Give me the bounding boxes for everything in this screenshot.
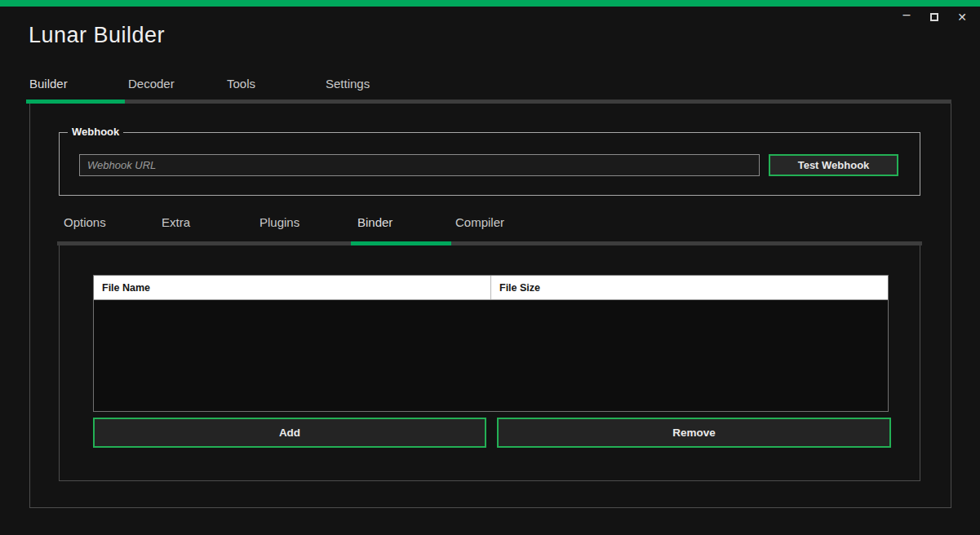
test-webhook-button[interactable]: Test Webhook <box>769 154 898 176</box>
add-button[interactable]: Add <box>93 418 486 448</box>
webhook-group: Webhook Test Webhook <box>59 132 920 196</box>
minimize-icon: – <box>903 11 911 19</box>
minimize-button[interactable]: – <box>898 9 915 25</box>
tab-settings[interactable]: Settings <box>325 77 423 91</box>
app-window: { "colors": { "accent_green": "#00a85c",… <box>0 0 980 535</box>
column-header-file-name[interactable]: File Name <box>94 276 491 299</box>
subtab-options[interactable]: Options <box>61 215 159 229</box>
window-controls: – ✕ <box>898 9 970 25</box>
subtab-extra[interactable]: Extra <box>159 215 257 229</box>
close-icon: ✕ <box>957 11 967 24</box>
webhook-url-input[interactable] <box>79 154 760 176</box>
sub-tab-bar: Options Extra Plugins Binder Compiler <box>61 215 551 229</box>
tab-decoder[interactable]: Decoder <box>127 77 226 91</box>
files-table-header: File Name File Size <box>94 276 888 300</box>
main-tab-bar: Builder Decoder Tools Settings <box>29 77 423 91</box>
subtab-plugins[interactable]: Plugins <box>257 215 355 229</box>
close-button[interactable]: ✕ <box>954 9 970 25</box>
subtab-binder[interactable]: Binder <box>355 215 453 229</box>
column-header-file-size[interactable]: File Size <box>491 276 888 299</box>
tab-tools[interactable]: Tools <box>226 77 325 91</box>
maximize-button[interactable] <box>926 9 942 25</box>
top-accent-bar <box>0 0 980 7</box>
page-title: Lunar Builder <box>29 23 165 48</box>
remove-button[interactable]: Remove <box>497 418 891 448</box>
webhook-legend: Webhook <box>68 126 123 138</box>
tab-builder[interactable]: Builder <box>29 77 127 91</box>
files-table-body <box>94 300 888 411</box>
subtab-compiler[interactable]: Compiler <box>453 215 551 229</box>
maximize-icon <box>930 13 938 21</box>
files-table: File Name File Size <box>93 275 889 412</box>
